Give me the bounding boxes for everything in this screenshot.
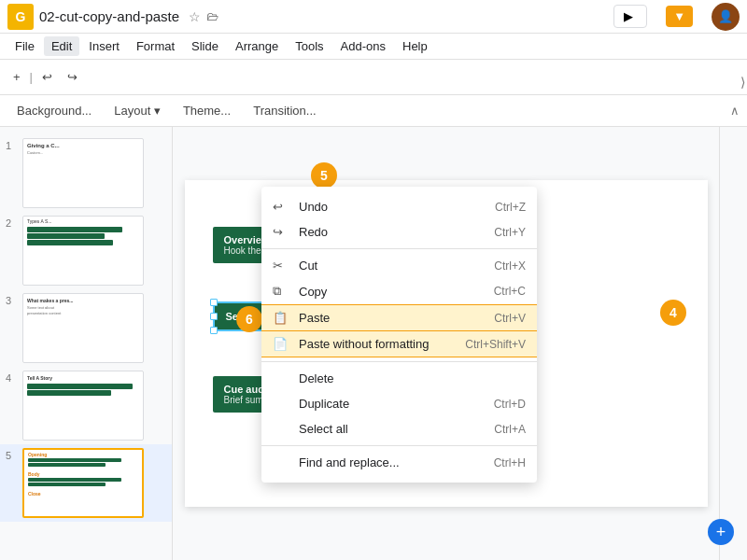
account-avatar[interactable]: 👤	[712, 3, 740, 31]
step6-badge: 6	[236, 306, 262, 332]
main-area: 1 Giving a C... Custom... 2 Types A S...…	[0, 127, 747, 560]
duplicate-label: Duplicate	[299, 397, 494, 411]
slide-thumb-5: Opening Body Close	[22, 448, 144, 518]
theme-button[interactable]: Theme...	[174, 100, 240, 121]
slide-toolbar: Background... Layout ▾ Theme... Transiti…	[0, 95, 747, 127]
doc-title: 02-cut-copy-and-paste	[39, 8, 179, 24]
menu-paste[interactable]: 📋 Paste Ctrl+V	[261, 304, 537, 331]
cut-shortcut: Ctrl+X	[494, 259, 526, 273]
menu-copy[interactable]: ⧉ Copy Ctrl+C	[261, 278, 537, 304]
undo-label: Undo	[299, 200, 495, 214]
present-button[interactable]: ▶	[613, 5, 647, 28]
cut-icon: ✂	[273, 259, 291, 273]
select-all-shortcut: Ctrl+A	[494, 423, 526, 436]
slide-toolbar-left: Background... Layout ▾ Theme... Transiti…	[7, 100, 326, 121]
slide-num-4: 4	[6, 372, 19, 384]
menu-slide[interactable]: Slide	[184, 36, 226, 56]
add-button[interactable]: +	[7, 66, 26, 88]
delete-label: Delete	[299, 371, 526, 385]
menu-format[interactable]: Format	[129, 36, 182, 56]
menu-edit[interactable]: Edit	[44, 36, 79, 56]
paste-no-format-shortcut: Ctrl+Shift+V	[465, 338, 526, 351]
slide-item-4[interactable]: 4 Tell A Story	[0, 367, 172, 444]
menu-bar: File Edit Insert Format Slide Arrange To…	[0, 34, 747, 60]
menu-arrange[interactable]: Arrange	[228, 36, 286, 56]
selection-handle-bl[interactable]	[210, 327, 218, 334]
collapse-button[interactable]: ∧	[730, 104, 740, 118]
menu-tools[interactable]: Tools	[288, 36, 331, 56]
redo-button[interactable]: ↪	[62, 66, 83, 88]
menu-find-replace[interactable]: Find and replace... Ctrl+H	[261, 450, 537, 475]
slide-item-2[interactable]: 2 Types A S...	[0, 212, 172, 289]
copy-icon: ⧉	[273, 284, 291, 299]
undo-icon: ↩	[273, 200, 291, 214]
selection-handle-ml[interactable]	[210, 313, 218, 320]
edit-menu: ↩ Undo Ctrl+Z ↪ Redo Ctrl+Y ✂ Cut Ctrl+X…	[261, 187, 537, 483]
slide-item-3[interactable]: 3 What makes a pres... Some text aboutpr…	[0, 289, 172, 367]
top-bar: G 02-cut-copy-and-paste ☆ 🗁 ▶ ▼ 👤	[0, 0, 747, 34]
canvas-area: Overview of the content & purpose Hook t…	[173, 127, 719, 560]
transition-button[interactable]: Transition...	[244, 100, 325, 121]
expand-button[interactable]: ⟩	[740, 75, 745, 90]
find-replace-shortcut: Ctrl+H	[494, 456, 526, 469]
paste-label: Paste	[299, 311, 494, 325]
step4-badge: 4	[660, 300, 686, 326]
star-icon[interactable]: ☆	[189, 9, 201, 24]
slides-panel: 1 Giving a C... Custom... 2 Types A S...…	[0, 127, 173, 560]
redo-shortcut: Ctrl+Y	[494, 226, 526, 239]
slide-item-5[interactable]: 5 Opening Body Close	[0, 444, 172, 522]
slide-thumb-2: Types A S...	[22, 216, 144, 286]
background-button[interactable]: Background...	[7, 100, 101, 121]
slide-num-2: 2	[6, 217, 19, 229]
selection-handle-tl[interactable]	[210, 299, 218, 306]
slide-num-3: 3	[6, 295, 19, 306]
menu-addons[interactable]: Add-ons	[333, 36, 393, 56]
copy-label: Copy	[299, 285, 494, 299]
present-icon: ▶	[624, 9, 633, 23]
redo-label: Redo	[299, 225, 494, 239]
find-replace-label: Find and replace...	[299, 455, 494, 469]
slide-thumb-1: Giving a C... Custom...	[22, 138, 144, 208]
menu-duplicate[interactable]: Duplicate Ctrl+D	[261, 391, 537, 416]
slide-item-1[interactable]: 1 Giving a C... Custom...	[0, 134, 172, 212]
menu-delete[interactable]: Delete	[261, 366, 537, 391]
slide-num-1: 1	[6, 140, 19, 151]
add-slide-button[interactable]: +	[708, 519, 734, 545]
copy-shortcut: Ctrl+C	[494, 285, 526, 298]
menu-help[interactable]: Help	[395, 36, 435, 56]
select-all-label: Select all	[299, 422, 494, 436]
redo-icon: ↪	[273, 225, 291, 239]
step5-badge: 5	[311, 162, 337, 189]
present-icon-button[interactable]: ▼	[666, 6, 693, 27]
folder-icon[interactable]: 🗁	[206, 9, 218, 23]
right-panel: ⟩	[719, 127, 747, 560]
slide-thumb-3: What makes a pres... Some text aboutpres…	[22, 293, 144, 363]
paste-no-format-label: Paste without formatting	[299, 337, 465, 351]
undo-shortcut: Ctrl+Z	[495, 201, 526, 214]
menu-redo[interactable]: ↪ Redo Ctrl+Y	[261, 219, 537, 245]
toolbar: + | ↩ ↪	[0, 60, 747, 95]
menu-undo[interactable]: ↩ Undo Ctrl+Z	[261, 194, 537, 219]
slide-thumb-4: Tell A Story	[22, 371, 144, 441]
paste-icon: 📋	[273, 311, 291, 325]
duplicate-shortcut: Ctrl+D	[494, 398, 526, 411]
layout-button[interactable]: Layout ▾	[105, 100, 170, 121]
menu-paste-no-format[interactable]: 📄 Paste without formatting Ctrl+Shift+V	[261, 331, 537, 357]
menu-insert[interactable]: Insert	[81, 36, 127, 56]
app-icon: G	[7, 4, 34, 30]
undo-button[interactable]: ↩	[36, 66, 58, 88]
cut-label: Cut	[299, 259, 494, 273]
slide-num-5: 5	[6, 450, 19, 461]
menu-cut[interactable]: ✂ Cut Ctrl+X	[261, 253, 537, 278]
paste-no-format-icon: 📄	[273, 337, 291, 351]
menu-file[interactable]: File	[7, 36, 42, 56]
paste-shortcut: Ctrl+V	[494, 312, 526, 325]
menu-select-all[interactable]: Select all Ctrl+A	[261, 416, 537, 441]
